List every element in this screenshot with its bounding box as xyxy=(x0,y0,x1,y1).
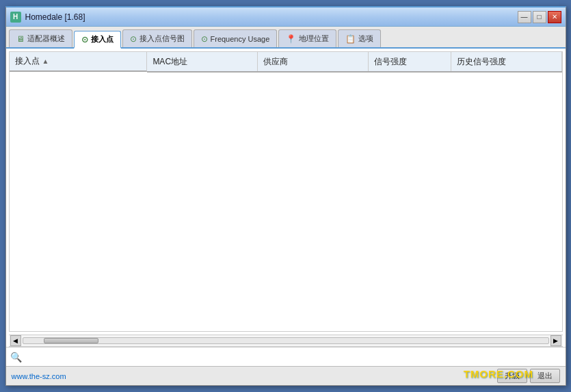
ap-table: 接入点 ▲ MAC地址 供应商 信号强度 历史信号强 xyxy=(10,52,562,73)
footer-buttons: 升级 退出 xyxy=(497,369,560,383)
scroll-thumb[interactable] xyxy=(44,338,98,343)
tab-options[interactable]: 📋 选项 xyxy=(338,29,381,47)
freq-tab-icon: ⊙ xyxy=(201,34,208,44)
search-bar: 🔍 xyxy=(6,347,566,366)
table-header-row: 接入点 ▲ MAC地址 供应商 信号强度 历史信号强 xyxy=(10,52,562,72)
search-icon: 🔍 xyxy=(10,352,22,363)
horizontal-scrollbar[interactable]: ◀ ▶ xyxy=(9,335,563,347)
adapter-tab-label: 适配器概述 xyxy=(27,34,65,44)
tab-frequency[interactable]: ⊙ Frequency Usage xyxy=(194,29,278,47)
tab-accesspoint[interactable]: ⊙ 接入点 xyxy=(74,31,121,49)
app-icon: H xyxy=(10,12,21,23)
tab-bar: 🖥 适配器概述 ⊙ 接入点 ⊙ 接入点信号图 ⊙ Frequency Usage… xyxy=(6,27,566,49)
col-header-ap[interactable]: 接入点 ▲ xyxy=(10,52,148,72)
col-header-vendor[interactable]: 供应商 xyxy=(258,52,369,72)
adapter-tab-icon: 🖥 xyxy=(16,34,25,44)
col-header-history[interactable]: 历史信号强度 xyxy=(451,52,562,72)
close-button[interactable]: ✕ xyxy=(548,11,561,23)
ap-tab-icon: ⊙ xyxy=(81,35,88,44)
close-button-footer[interactable]: 退出 xyxy=(530,369,560,383)
table-container[interactable]: 接入点 ▲ MAC地址 供应商 信号强度 历史信号强 xyxy=(9,51,563,332)
geo-tab-label: 地理位置 xyxy=(299,34,329,44)
signal-tab-label: 接入点信号图 xyxy=(140,34,185,44)
col-header-signal[interactable]: 信号强度 xyxy=(368,52,451,72)
upgrade-button[interactable]: 升级 xyxy=(497,369,527,383)
geo-tab-icon: 📍 xyxy=(286,34,296,44)
tab-adapter[interactable]: 🖥 适配器概述 xyxy=(9,29,72,47)
options-tab-icon: 📋 xyxy=(345,34,356,44)
maximize-button[interactable]: □ xyxy=(533,11,546,23)
freq-tab-label: Frequency Usage xyxy=(211,35,270,43)
tab-signal-map[interactable]: ⊙ 接入点信号图 xyxy=(122,29,192,47)
window-title: Homedale [1.68] xyxy=(25,12,85,22)
title-bar-left: H Homedale [1.68] xyxy=(10,12,85,23)
scroll-right-button[interactable]: ▶ xyxy=(550,335,561,346)
options-tab-label: 选项 xyxy=(358,34,373,44)
signal-tab-icon: ⊙ xyxy=(130,34,137,44)
footer: www.the-sz.com 升级 退出 xyxy=(6,366,566,385)
scroll-left-button[interactable]: ◀ xyxy=(10,335,21,346)
scroll-track[interactable] xyxy=(23,337,549,344)
ap-tab-label: 接入点 xyxy=(91,34,114,44)
minimize-button[interactable]: — xyxy=(518,11,531,23)
content-area: 接入点 ▲ MAC地址 供应商 信号强度 历史信号强 xyxy=(6,49,566,366)
main-window: H Homedale [1.68] — □ ✕ 🖥 适配器概述 ⊙ 接入点 ⊙ … xyxy=(5,6,566,386)
tab-geo[interactable]: 📍 地理位置 xyxy=(278,29,336,47)
sort-arrow-icon: ▲ xyxy=(42,57,49,65)
website-link[interactable]: www.the-sz.com xyxy=(12,372,66,380)
title-bar: H Homedale [1.68] — □ ✕ xyxy=(6,8,566,27)
window-controls: — □ ✕ xyxy=(518,11,561,23)
col-header-mac[interactable]: MAC地址 xyxy=(147,52,258,72)
